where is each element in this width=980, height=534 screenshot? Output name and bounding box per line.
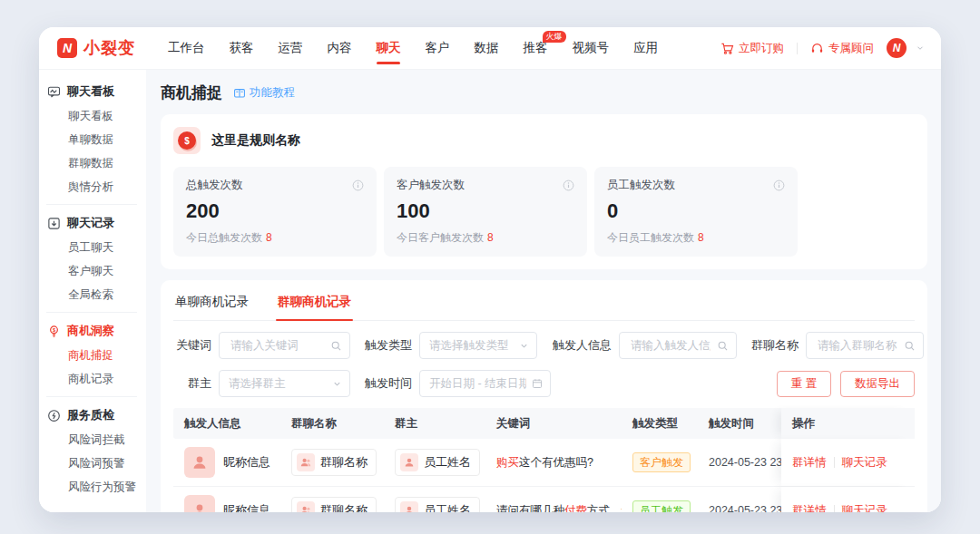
column-header: 触发人信息 xyxy=(173,416,280,432)
nav-item[interactable]: 视频号 xyxy=(573,27,610,69)
group-chip: 群聊名称 xyxy=(291,449,377,476)
divider xyxy=(46,396,137,397)
nav-item[interactable]: 内容 xyxy=(328,27,352,69)
info-icon[interactable] xyxy=(563,180,574,191)
trigger-type-select[interactable]: 请选择触发类型 xyxy=(419,332,537,359)
person-icon xyxy=(400,501,418,512)
sidebar-item[interactable]: 聊天看板 xyxy=(46,104,146,128)
group-detail-link[interactable]: 群详情 xyxy=(792,455,827,471)
sidebar-item[interactable]: 群聊数据 xyxy=(46,151,146,175)
trigger-time-range[interactable]: 开始日期 - 结束日期 xyxy=(419,370,551,397)
trigger-time: 2024-05-23 23:59 xyxy=(698,504,781,512)
nav-item[interactable]: 工作台 xyxy=(168,27,205,69)
chat-record-link[interactable]: 聊天记录 xyxy=(842,503,887,513)
nav-item[interactable]: 运营 xyxy=(279,27,303,69)
column-header: 关键词 xyxy=(485,416,622,432)
sidebar-item[interactable]: 商机捕捉 xyxy=(46,344,146,367)
group-icon xyxy=(297,501,315,512)
chevron-down-icon[interactable] xyxy=(916,44,925,53)
stat-today-value: 8 xyxy=(698,231,704,244)
divider xyxy=(834,457,835,468)
nav-item[interactable]: 客户 xyxy=(426,27,450,69)
divider xyxy=(834,505,835,512)
info-icon[interactable] xyxy=(352,180,364,191)
nav-item[interactable]: 应用 xyxy=(633,27,658,69)
keyword-text: 请问有哪几种 xyxy=(496,503,564,513)
sidebar-item[interactable]: 风险词拦截 xyxy=(46,428,146,451)
person-name: 昵称信息 xyxy=(223,454,270,471)
group-name: 群聊名称 xyxy=(320,502,368,512)
owner-chip: 员工姓名 xyxy=(395,449,480,476)
nav-item[interactable]: 数据 xyxy=(475,27,499,69)
sidebar-item[interactable]: 员工聊天 xyxy=(46,236,146,259)
divider xyxy=(46,312,137,313)
filter-label: 群聊名称 xyxy=(748,337,799,354)
table-body: 昵称信息 群聊名称 员工姓名 购买这个有优惠吗? 客户触发 2024-05-23… xyxy=(173,439,915,512)
logo-icon: N xyxy=(57,38,77,58)
filter-row-1: 关键词 触发类型 请选择触发类型 触发人信 xyxy=(173,332,915,359)
tab[interactable]: 群聊商机记录 xyxy=(276,291,353,320)
keyword-input[interactable] xyxy=(219,332,350,359)
sidebar-item[interactable]: 风险行为预警 xyxy=(46,475,146,499)
row-actions: 群详情聊天记录 xyxy=(781,439,915,486)
sidebar-item[interactable]: 风险词预警 xyxy=(46,451,146,475)
advisor-button[interactable]: 专属顾问 xyxy=(810,41,874,56)
group-owner-select[interactable]: 请选择群主 xyxy=(219,370,350,397)
trigger-time: 2024-05-23 23:59 xyxy=(698,456,781,469)
nav-item[interactable]: 获客 xyxy=(230,27,254,69)
sidebar-item[interactable]: 商机记录 xyxy=(46,367,146,391)
order-button[interactable]: 立即订购 xyxy=(720,41,784,56)
chevron-down-icon xyxy=(519,341,529,351)
filter-label: 触发类型 xyxy=(361,337,412,354)
export-button[interactable]: 数据导出 xyxy=(840,371,915,397)
user-avatar[interactable]: N xyxy=(887,38,906,58)
quality-icon xyxy=(46,408,61,422)
top-bar: N 小裂变 工作台 获客 运营 内容 聊天 客户 数据 推客 火爆 视频号 应用… xyxy=(39,27,941,70)
nav-item-label: 运营 xyxy=(279,40,303,56)
group-detail-link[interactable]: 群详情 xyxy=(792,503,827,513)
chevron-down-icon xyxy=(332,379,342,389)
chat-board-icon xyxy=(46,84,61,99)
stat-box: 员工触发次数 0 今日员工触发次数8 xyxy=(594,167,798,257)
rule-name: 这里是规则名称 xyxy=(211,132,300,149)
sidebar-item[interactable]: 客户聊天 xyxy=(46,259,146,283)
chat-record-link[interactable]: 聊天记录 xyxy=(842,455,887,471)
nav-item-label: 工作台 xyxy=(168,40,205,56)
hot-badge: 火爆 xyxy=(543,31,566,43)
trigger-type-badge: 客户触发 xyxy=(632,452,691,472)
column-header: 操作 xyxy=(781,408,915,439)
nav-item[interactable]: 聊天 xyxy=(377,27,401,69)
records-card: 单聊商机记录群聊商机记录 关键词 触发类型 请选择触发类型 xyxy=(161,280,927,512)
svg-text:$: $ xyxy=(52,326,55,332)
sidebar-item[interactable]: 舆情分析 xyxy=(46,175,146,199)
chat-record-icon xyxy=(46,216,61,230)
tutorial-link[interactable]: 功能教程 xyxy=(233,85,295,101)
reset-button[interactable]: 重 置 xyxy=(777,371,831,397)
filter-label: 关键词 xyxy=(173,337,211,354)
trigger-type-badge: 员工触发 xyxy=(632,500,691,512)
cart-icon xyxy=(720,42,734,55)
avatar xyxy=(184,495,215,512)
avatar xyxy=(184,447,215,478)
trigger-person-input[interactable] xyxy=(619,332,737,359)
keyword-text: 购买这个有优惠吗? xyxy=(485,455,622,471)
group-name-input[interactable] xyxy=(806,332,924,359)
stat-value: 200 xyxy=(186,199,364,223)
column-header: 群聊名称 xyxy=(280,416,384,432)
sidebar-item[interactable]: 单聊数据 xyxy=(46,128,146,151)
sidebar-item[interactable]: 全局检索 xyxy=(46,283,146,306)
tab[interactable]: 单聊商机记录 xyxy=(173,291,250,320)
sidebar-group-header[interactable]: 服务质检 xyxy=(46,403,146,428)
brand-logo[interactable]: N 小裂变 xyxy=(57,37,135,59)
table-header: 触发人信息群聊名称群主关键词触发类型触发时间操作 xyxy=(173,408,915,439)
owner-name: 员工姓名 xyxy=(424,502,471,512)
stat-today-value: 8 xyxy=(266,231,272,244)
sidebar-group-header[interactable]: $ 商机洞察 xyxy=(46,318,146,344)
sidebar: 聊天看板 聊天看板单聊数据群聊数据舆情分析 聊天记录 员工聊天客户聊天全局检索 … xyxy=(39,70,146,512)
nav-item[interactable]: 推客 火爆 xyxy=(524,27,548,69)
sidebar-group-header[interactable]: 聊天看板 xyxy=(46,79,146,104)
sidebar-group-header[interactable]: 聊天记录 xyxy=(46,210,146,236)
keyword-text: 请问有哪几种付费方式，还有一... xyxy=(485,503,622,513)
stat-label: 员工触发次数 xyxy=(607,178,675,193)
info-icon[interactable] xyxy=(773,180,785,191)
